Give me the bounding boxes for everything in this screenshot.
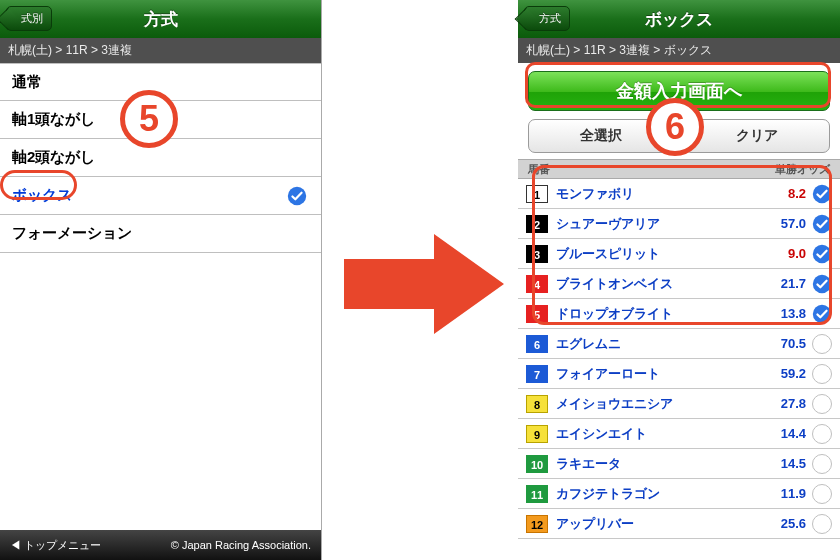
horse-number: 9 xyxy=(526,425,548,443)
left-screen: 式別 方式 札幌(土) > 11R > 3連複 通常軸1頭ながし軸2頭ながしボッ… xyxy=(0,0,322,560)
clear-button[interactable]: クリア xyxy=(684,119,830,153)
horse-check[interactable] xyxy=(806,514,832,534)
horse-check[interactable] xyxy=(806,454,832,474)
horse-row[interactable]: 12アップリバー25.6 xyxy=(518,509,840,539)
back-button[interactable]: 方式 xyxy=(524,6,570,31)
list-item-label: 軸2頭ながし xyxy=(12,148,95,167)
horse-check[interactable] xyxy=(806,364,832,384)
horse-row[interactable]: 6エグレムニ70.5 xyxy=(518,329,840,359)
list-item-label: 軸1頭ながし xyxy=(12,110,95,129)
horse-row[interactable]: 9エイシンエイト14.4 xyxy=(518,419,840,449)
header-bar: 方式 ボックス xyxy=(518,0,840,38)
footer-top-menu[interactable]: ◀ トップメニュー xyxy=(10,538,101,553)
callout-6-number: 6 xyxy=(646,98,704,156)
footer-copyright: © Japan Racing Association. xyxy=(171,539,311,551)
svg-marker-1 xyxy=(344,234,504,334)
breadcrumb: 札幌(土) > 11R > 3連複 xyxy=(0,38,321,63)
horse-row[interactable]: 7フォイアーロート59.2 xyxy=(518,359,840,389)
horse-number: 8 xyxy=(526,395,548,413)
horse-check[interactable] xyxy=(806,334,832,354)
method-item[interactable]: フォーメーション xyxy=(0,215,321,253)
header-title: 方式 xyxy=(144,8,178,31)
horse-odds: 70.5 xyxy=(756,336,806,351)
header-bar: 式別 方式 xyxy=(0,0,321,38)
list-item-label: 通常 xyxy=(12,73,42,92)
horse-row[interactable]: 8メイショウエニシア27.8 xyxy=(518,389,840,419)
horse-number: 6 xyxy=(526,335,548,353)
arrow-icon xyxy=(344,234,504,334)
horse-number: 7 xyxy=(526,365,548,383)
horse-check[interactable] xyxy=(806,424,832,444)
breadcrumb: 札幌(土) > 11R > 3連複 > ボックス xyxy=(518,38,840,63)
horse-check[interactable] xyxy=(806,484,832,504)
header-title: ボックス xyxy=(645,8,713,31)
horse-odds: 27.8 xyxy=(756,396,806,411)
callout-5-ring xyxy=(0,170,77,200)
horse-row[interactable]: 11カフジテトラゴン11.9 xyxy=(518,479,840,509)
horse-number: 11 xyxy=(526,485,548,503)
list-item-label: フォーメーション xyxy=(12,224,132,243)
horse-name: メイショウエニシア xyxy=(556,395,756,413)
horse-number: 10 xyxy=(526,455,548,473)
horse-row[interactable]: 10ラキエータ14.5 xyxy=(518,449,840,479)
horse-name: ラキエータ xyxy=(556,455,756,473)
callout-6-rows-ring xyxy=(532,165,832,325)
horse-name: フォイアーロート xyxy=(556,365,756,383)
horse-number: 12 xyxy=(526,515,548,533)
horse-check[interactable] xyxy=(806,394,832,414)
horse-odds: 25.6 xyxy=(756,516,806,531)
horse-name: エグレムニ xyxy=(556,335,756,353)
callout-5-number: 5 xyxy=(120,90,178,148)
horse-name: カフジテトラゴン xyxy=(556,485,756,503)
horse-odds: 14.4 xyxy=(756,426,806,441)
check-icon xyxy=(287,186,307,206)
footer-bar: ◀ トップメニュー © Japan Racing Association. xyxy=(0,530,321,560)
horse-odds: 59.2 xyxy=(756,366,806,381)
back-button[interactable]: 式別 xyxy=(6,6,52,31)
horse-odds: 14.5 xyxy=(756,456,806,471)
horse-odds: 11.9 xyxy=(756,486,806,501)
horse-name: エイシンエイト xyxy=(556,425,756,443)
horse-name: アップリバー xyxy=(556,515,756,533)
